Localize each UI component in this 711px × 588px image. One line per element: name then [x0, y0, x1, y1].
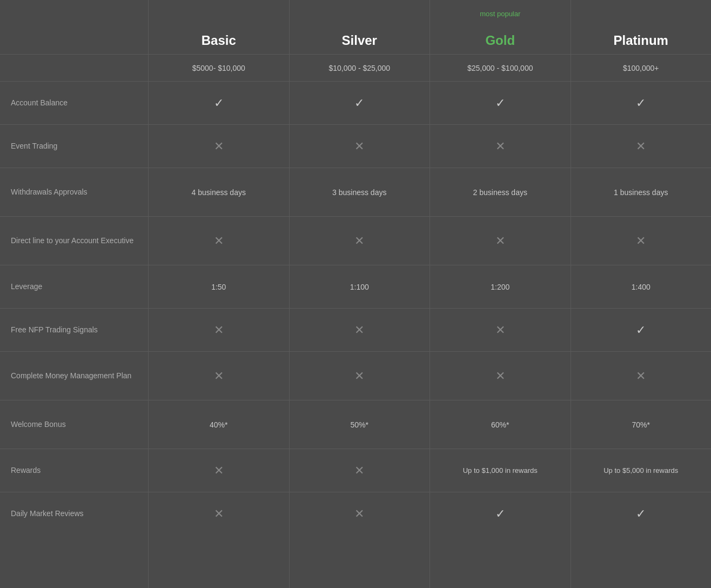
check-icon: ✓	[636, 323, 646, 337]
basic-plan-name: Basic	[149, 27, 289, 54]
basic-customer-service: ✓	[149, 81, 289, 124]
cross-icon: ✕	[495, 323, 505, 337]
gold-direct-line: ✕	[430, 216, 571, 265]
basic-withdrawals: 4 business days	[149, 168, 289, 216]
cross-icon: ✕	[214, 139, 224, 153]
gold-most-popular: most popular	[430, 0, 571, 27]
gold-event-trading: ✕	[430, 124, 571, 168]
silver-welcome-bonus: 50%*	[290, 400, 430, 449]
silver-money-mgmt: ✕	[290, 351, 430, 400]
gold-leverage: 1:200	[430, 265, 571, 308]
platinum-column: Platinum $100,000+ ✓ ✕ 1 business days ✕…	[571, 0, 712, 588]
platinum-most-popular	[571, 0, 712, 27]
cross-icon: ✕	[354, 369, 364, 383]
basic-daily-reviews: ✕	[149, 492, 289, 535]
basic-welcome-bonus: 40%*	[149, 400, 289, 449]
gold-money-mgmt: ✕	[430, 351, 571, 400]
feature-rewards: Rewards	[0, 449, 148, 492]
basic-leverage: 1:50	[149, 265, 289, 308]
silver-most-popular	[290, 0, 430, 27]
platinum-balance: $100,000+	[571, 54, 712, 81]
cross-icon: ✕	[636, 369, 646, 383]
basic-money-mgmt: ✕	[149, 351, 289, 400]
feature-event-trading: Event Trading	[0, 124, 148, 168]
basic-balance: $5000- $10,000	[149, 54, 289, 81]
platinum-rewards: Up to $5,000 in rewards	[571, 449, 712, 492]
basic-most-popular	[149, 0, 289, 27]
gold-withdrawals: 2 business days	[430, 168, 571, 216]
platinum-daily-reviews: ✓	[571, 492, 712, 535]
platinum-money-mgmt: ✕	[571, 351, 712, 400]
feature-welcome-bonus: Welcome Bonus	[0, 400, 148, 449]
feature-column: Account Balance Event Trading Withdrawal…	[0, 0, 149, 588]
gold-rewards: Up to $1,000 in rewards	[430, 449, 571, 492]
feature-withdrawals: Withdrawals Approvals	[0, 168, 148, 216]
check-icon: ✓	[495, 507, 505, 521]
platinum-withdrawals: 1 business days	[571, 168, 712, 216]
feature-header-name	[0, 27, 148, 54]
feature-nfp: Free NFP Trading Signals	[0, 308, 148, 351]
silver-daily-reviews: ✕	[290, 492, 430, 535]
feature-direct-line: Direct line to your Account Executive	[0, 216, 148, 265]
feature-daily-reviews: Daily Market Reviews	[0, 492, 148, 535]
check-icon: ✓	[495, 96, 505, 110]
silver-column: Silver $10,000 - $25,000 ✓ ✕ 3 business …	[290, 0, 431, 588]
platinum-leverage: 1:400	[571, 265, 712, 308]
silver-plan-name: Silver	[290, 27, 430, 54]
feature-leverage: Leverage	[0, 265, 148, 308]
platinum-welcome-bonus: 70%*	[571, 400, 712, 449]
cross-icon: ✕	[495, 139, 505, 153]
silver-event-trading: ✕	[290, 124, 430, 168]
basic-nfp: ✕	[149, 308, 289, 351]
cross-icon: ✕	[354, 234, 364, 248]
gold-column: most popular Gold $25,000 - $100,000 ✓ ✕…	[430, 0, 571, 588]
cross-icon: ✕	[495, 234, 505, 248]
cross-icon: ✕	[354, 464, 364, 478]
pricing-table: Account Balance Event Trading Withdrawal…	[0, 0, 711, 588]
silver-customer-service: ✓	[290, 81, 430, 124]
cross-icon: ✕	[214, 464, 224, 478]
cross-icon: ✕	[636, 139, 646, 153]
feature-money-mgmt: Complete Money Management Plan	[0, 351, 148, 400]
silver-direct-line: ✕	[290, 216, 430, 265]
check-icon: ✓	[354, 96, 364, 110]
silver-rewards: ✕	[290, 449, 430, 492]
feature-header-top	[0, 0, 148, 27]
silver-leverage: 1:100	[290, 265, 430, 308]
gold-nfp: ✕	[430, 308, 571, 351]
cross-icon: ✕	[495, 369, 505, 383]
gold-balance: $25,000 - $100,000	[430, 54, 571, 81]
platinum-event-trading: ✕	[571, 124, 712, 168]
cross-icon: ✕	[214, 323, 224, 337]
silver-balance: $10,000 - $25,000	[290, 54, 430, 81]
cross-icon: ✕	[354, 323, 364, 337]
gold-welcome-bonus: 60%*	[430, 400, 571, 449]
gold-customer-service: ✓	[430, 81, 571, 124]
feature-customer-service: Account Balance	[0, 81, 148, 124]
check-icon: ✓	[636, 507, 646, 521]
cross-icon: ✕	[214, 369, 224, 383]
basic-direct-line: ✕	[149, 216, 289, 265]
basic-column: Basic $5000- $10,000 ✓ ✕ 4 business days…	[149, 0, 290, 588]
cross-icon: ✕	[354, 139, 364, 153]
silver-withdrawals: 3 business days	[290, 168, 430, 216]
cross-icon: ✕	[214, 507, 224, 521]
cross-icon: ✕	[354, 507, 364, 521]
basic-rewards: ✕	[149, 449, 289, 492]
basic-event-trading: ✕	[149, 124, 289, 168]
feature-header-balance	[0, 54, 148, 81]
check-icon: ✓	[636, 96, 646, 110]
silver-nfp: ✕	[290, 308, 430, 351]
platinum-customer-service: ✓	[571, 81, 712, 124]
platinum-plan-name: Platinum	[571, 27, 712, 54]
platinum-nfp: ✓	[571, 308, 712, 351]
check-icon: ✓	[214, 96, 224, 110]
cross-icon: ✕	[214, 234, 224, 248]
cross-icon: ✕	[636, 234, 646, 248]
gold-daily-reviews: ✓	[430, 492, 571, 535]
platinum-direct-line: ✕	[571, 216, 712, 265]
gold-plan-name: Gold	[430, 27, 571, 54]
